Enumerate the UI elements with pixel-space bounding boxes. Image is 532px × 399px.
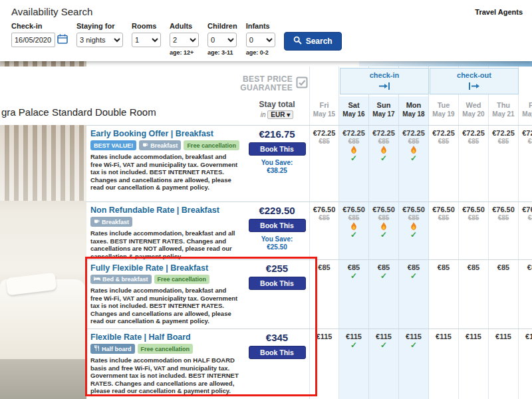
- day-name: Sun: [369, 101, 398, 109]
- rooms-label: Rooms: [132, 22, 161, 30]
- daily-price: €85: [467, 263, 479, 271]
- day-name: Sat: [339, 101, 368, 109]
- you-save-label: You Save:: [261, 159, 293, 166]
- day-cell: €76.50€85: [489, 201, 518, 259]
- day-column: WedMay 20€72.25€85€76.50€85€85€115: [459, 66, 489, 399]
- daily-old-price: €85: [498, 214, 509, 221]
- staying-select[interactable]: 3 nights: [76, 33, 123, 47]
- in-label: in: [261, 111, 266, 118]
- daily-price: €115: [317, 332, 332, 340]
- panel-title: Availability Search: [11, 6, 92, 17]
- daily-old-price: €85: [438, 138, 450, 145]
- daily-price: €72.25: [492, 129, 515, 137]
- daily-price: €76.50: [313, 205, 336, 213]
- adults-label: Adults: [170, 22, 199, 30]
- day-spacer: [339, 66, 368, 96]
- day-cell: €72.25€85: [459, 125, 488, 201]
- checkin-field-group: Check-in: [11, 22, 68, 47]
- daily-price: €72.25: [522, 129, 532, 137]
- day-cell: €85✓: [369, 259, 398, 329]
- rooms-select[interactable]: 1: [132, 33, 161, 47]
- check-icon: ✓: [380, 341, 387, 349]
- day-cell: €85: [519, 259, 532, 329]
- page: Availability Search Travel Agents Check-…: [0, 0, 532, 399]
- you-save-value: €38.25: [267, 167, 287, 174]
- day-cell: €85✓: [339, 259, 368, 329]
- fork-icon: [94, 345, 100, 352]
- day-date: May 20: [459, 110, 488, 118]
- daily-price: €85: [527, 263, 532, 271]
- daily-price: €115: [346, 332, 362, 340]
- daily-old-price: €85: [498, 138, 509, 145]
- checkin-input[interactable]: [11, 33, 55, 47]
- day-cell: €72.25€85: [429, 125, 458, 201]
- day-date: May 16: [339, 110, 368, 118]
- adults-select[interactable]: 2: [170, 33, 199, 47]
- book-this-button[interactable]: Book This: [249, 142, 306, 156]
- calendar-button[interactable]: [57, 33, 68, 47]
- travel-agents-link[interactable]: Travel Agents: [475, 8, 523, 16]
- daily-price: €72.25: [432, 129, 455, 137]
- day-name: Wed: [459, 101, 488, 109]
- day-date: May 22: [519, 110, 532, 118]
- rate-price-cell: €216.75 Book This You Save:€38.25: [245, 125, 309, 201]
- daily-old-price: €85: [468, 214, 479, 221]
- currency-dropdown[interactable]: EUR ▾: [267, 110, 293, 119]
- day-cell: €72.25€85✓: [339, 125, 368, 201]
- day-cell: €76.50€85✓: [399, 201, 428, 259]
- day-cell: €85: [310, 259, 338, 329]
- daily-price: €76.50: [342, 205, 365, 213]
- day-header: SunMay 17: [369, 96, 398, 125]
- check-icon: ✓: [350, 231, 357, 239]
- daily-old-price: €85: [348, 214, 360, 221]
- staying-label: Staying for: [76, 22, 123, 30]
- book-this-button[interactable]: Book This: [249, 219, 306, 232]
- search-icon: [293, 36, 302, 47]
- badge-list: Half boardFree cancellation: [90, 344, 239, 354]
- availability-search-panel: Availability Search Travel Agents Check-…: [0, 0, 532, 61]
- daily-price: €76.50: [522, 205, 532, 213]
- daily-price: €76.50: [432, 205, 455, 213]
- adults-age-hint: age: 12+: [170, 49, 199, 56]
- day-header: ThuMay 21: [489, 96, 518, 125]
- day-header: MonMay 18: [399, 96, 428, 125]
- rate-name: Fully Flexible Rate | Breakfast: [90, 263, 239, 273]
- day-spacer: [459, 66, 488, 96]
- day-spacer: [489, 66, 518, 96]
- daily-old-price: €85: [438, 214, 450, 221]
- children-select[interactable]: 0: [207, 33, 237, 47]
- badge-breakfast: Breakfast: [139, 140, 181, 150]
- day-column: FriMay 15€72.25€85€76.50€85€85€115: [309, 66, 339, 399]
- flame-icon: [380, 222, 387, 230]
- infants-age-hint: age: 0-2: [246, 49, 275, 56]
- rate-price-cell: €229.50 Book This You Save:€25.50: [245, 201, 309, 259]
- daily-price: €115: [436, 332, 452, 340]
- book-this-button[interactable]: Book This: [249, 277, 306, 290]
- total-price: €216.75: [245, 128, 309, 140]
- cup-icon: [94, 218, 100, 225]
- day-cell: €115✓: [369, 329, 398, 399]
- daily-price: €76.50: [462, 205, 485, 213]
- search-button[interactable]: Search: [284, 32, 342, 51]
- check-icon: ✓: [350, 154, 357, 162]
- flame-icon: [410, 222, 417, 230]
- daily-price: €115: [406, 332, 422, 340]
- day-name: Fri: [310, 101, 338, 109]
- day-cell: €85: [429, 259, 458, 329]
- day-cell: €72.25€85✓: [399, 125, 428, 201]
- day-cell: €115: [429, 329, 458, 399]
- cup-icon: [142, 142, 148, 149]
- day-cell: €72.25€85✓: [369, 125, 398, 201]
- children-age-hint: age: 3-11: [207, 49, 237, 56]
- day-cell: €115: [459, 329, 488, 399]
- daily-price: €115: [525, 332, 532, 340]
- infants-select[interactable]: 0: [246, 33, 275, 47]
- day-column: FriMay 22€72.25€85€76.50€85€85€115: [519, 66, 532, 399]
- rate-row-early-booking: Early Booking Offer | Breakfast BEST VAL…: [86, 125, 245, 201]
- children-field-group: Children 0 age: 3-11: [207, 22, 237, 56]
- badge-list: Breakfast: [90, 217, 239, 227]
- daily-price: €85: [318, 263, 330, 271]
- day-cell: €85✓: [399, 259, 428, 329]
- best-price-guarantee: BEST PRICE GUARANTEE: [245, 66, 309, 96]
- book-this-button[interactable]: Book This: [249, 346, 306, 359]
